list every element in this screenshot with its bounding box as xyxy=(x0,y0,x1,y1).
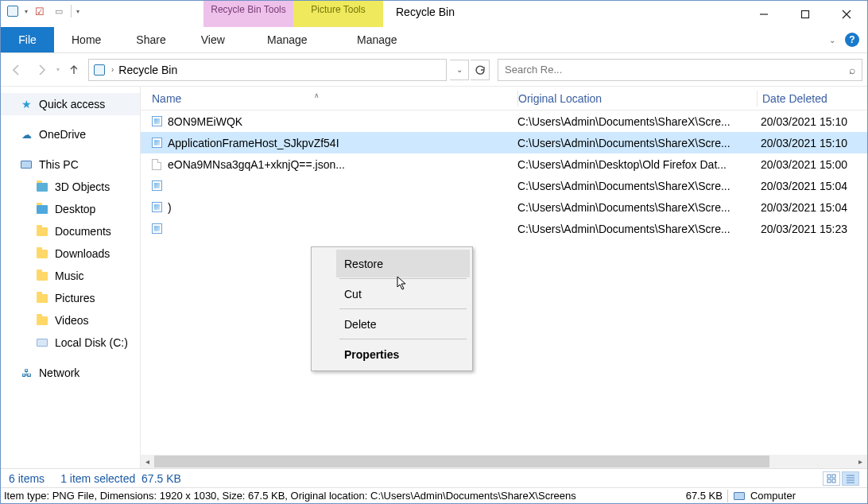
info-text: Item type: PNG File, Dimensions: 1920 x … xyxy=(4,490,680,502)
file-date-deleted: 20/03/2021 15:04 xyxy=(756,180,867,192)
tree-desktop[interactable]: Desktop xyxy=(1,198,140,220)
image-icon xyxy=(150,115,163,128)
status-item-count: 6 items xyxy=(9,472,45,485)
home-tab[interactable]: Home xyxy=(54,27,118,52)
file-row[interactable]: 8ON9MEiWQKC:\Users\Admin\Documents\Share… xyxy=(141,110,867,132)
tree-documents[interactable]: Documents xyxy=(1,220,140,242)
drive-icon xyxy=(36,336,48,349)
picture-tools-tab[interactable]: Picture Tools xyxy=(293,1,383,27)
refresh-button[interactable] xyxy=(471,60,490,80)
file-row[interactable]: eONa9MNsa3gqA1+xknjQ==.json...C:\Users\A… xyxy=(141,153,867,175)
tree-network[interactable]: 🖧Network xyxy=(1,362,140,384)
view-tab[interactable]: View xyxy=(184,27,242,52)
tree-onedrive[interactable]: ☁OneDrive xyxy=(1,123,140,145)
tree-music[interactable]: Music xyxy=(1,265,140,287)
file-name: ) xyxy=(168,201,172,214)
up-button[interactable] xyxy=(63,59,85,81)
history-dropdown-icon[interactable]: ▾ xyxy=(56,66,60,73)
file-row[interactable]: ApplicationFrameHost_SJkpvZf54IC:\Users\… xyxy=(141,132,867,153)
manage-recycle-tab[interactable]: Manage xyxy=(242,27,332,52)
search-input[interactable]: Search Re... ⌕ xyxy=(498,59,862,81)
view-large-icons[interactable] xyxy=(823,471,840,486)
back-button[interactable] xyxy=(6,59,28,81)
horizontal-scrollbar[interactable]: ◂ ▸ xyxy=(141,455,867,468)
help-icon[interactable]: ? xyxy=(845,33,859,47)
manage-picture-tab[interactable]: Manage xyxy=(332,27,422,52)
info-computer: Computer xyxy=(750,490,796,502)
status-selected-count: 1 item selected 67.5 KB xyxy=(60,472,181,485)
tree-videos[interactable]: Videos xyxy=(1,309,140,331)
ribbon-expand-icon[interactable]: ⌄ xyxy=(829,36,835,45)
qat-dropdown-icon[interactable]: ▾ xyxy=(25,8,28,15)
file-list: Name∧ Original Location Date Deleted 8ON… xyxy=(141,87,867,468)
file-tab[interactable]: File xyxy=(1,27,54,52)
file-date-deleted: 20/03/2021 15:10 xyxy=(756,115,867,128)
minimize-button[interactable] xyxy=(743,1,785,27)
pc-icon xyxy=(20,158,33,171)
status-bar: 6 items 1 item selected 67.5 KB xyxy=(1,468,867,487)
qat-customize-icon[interactable]: ▾ xyxy=(76,8,79,15)
file-row[interactable]: C:\Users\Admin\Documents\ShareX\Scre...2… xyxy=(141,218,867,239)
column-headers: Name∧ Original Location Date Deleted xyxy=(141,87,867,110)
file-original-location: C:\Users\Admin\Desktop\Old Firefox Dat..… xyxy=(517,158,756,171)
file-row[interactable]: )C:\Users\Admin\Documents\ShareX\Scre...… xyxy=(141,196,867,218)
info-bar: Item type: PNG File, Dimensions: 1920 x … xyxy=(1,487,867,503)
share-tab[interactable]: Share xyxy=(118,27,183,52)
file-date-deleted: 20/03/2021 15:23 xyxy=(756,223,867,235)
recycle-bin-tools-tab[interactable]: Recycle Bin Tools xyxy=(203,1,293,27)
scroll-right-icon[interactable]: ▸ xyxy=(854,455,867,468)
tree-this-pc[interactable]: This PC xyxy=(1,153,140,176)
scroll-thumb[interactable] xyxy=(154,456,769,467)
toggle-icon[interactable]: ▭ xyxy=(52,4,66,18)
context-properties[interactable]: Properties xyxy=(336,340,470,368)
context-restore[interactable]: Restore xyxy=(336,250,470,277)
address-bar[interactable]: › Recycle Bin xyxy=(88,59,447,81)
context-delete[interactable]: Delete xyxy=(336,310,470,338)
maximize-button[interactable] xyxy=(785,1,826,27)
column-date-deleted[interactable]: Date Deleted xyxy=(758,92,867,105)
scroll-left-icon[interactable]: ◂ xyxy=(141,455,154,468)
quick-access-toolbar: ▾ ☑ ▭ ▾ xyxy=(1,1,84,18)
tree-3d-objects[interactable]: 3D Objects xyxy=(1,176,140,198)
tree-local-disk[interactable]: Local Disk (C:) xyxy=(1,331,140,354)
folder-icon xyxy=(36,247,48,260)
scroll-track[interactable] xyxy=(154,455,854,468)
chevron-right-icon[interactable]: › xyxy=(111,65,114,74)
breadcrumb[interactable]: Recycle Bin xyxy=(118,64,177,76)
file-original-location: C:\Users\Admin\Documents\ShareX\Scre... xyxy=(517,115,756,128)
tree-quick-access[interactable]: ★Quick access xyxy=(1,93,140,115)
file-name: 8ON9MEiWQK xyxy=(168,115,242,128)
main-content: ★Quick access ☁OneDrive This PC 3D Objec… xyxy=(1,87,867,468)
tree-pictures[interactable]: Pictures xyxy=(1,287,140,309)
file-date-deleted: 20/03/2021 15:00 xyxy=(756,158,867,171)
file-name: ApplicationFrameHost_SJkpvZf54I xyxy=(168,137,339,149)
info-divider xyxy=(727,490,728,502)
tree-downloads[interactable]: Downloads xyxy=(1,242,140,265)
pc-icon xyxy=(733,490,746,502)
info-size: 67.5 KB xyxy=(686,490,723,502)
title-bar: ▾ ☑ ▭ ▾ Recycle Bin Tools Picture Tools … xyxy=(1,1,867,27)
navigation-tree: ★Quick access ☁OneDrive This PC 3D Objec… xyxy=(1,87,141,468)
folder-icon xyxy=(36,180,48,193)
file-icon xyxy=(150,158,163,171)
properties-icon[interactable]: ☑ xyxy=(33,4,47,18)
context-separator xyxy=(339,308,467,309)
folder-icon xyxy=(36,314,48,327)
address-dropdown-icon[interactable]: ⌄ xyxy=(450,60,469,80)
svg-rect-1 xyxy=(802,10,809,17)
file-row[interactable]: C:\Users\Admin\Documents\ShareX\Scre...2… xyxy=(141,175,867,196)
view-details[interactable] xyxy=(842,471,859,486)
window-controls xyxy=(743,1,867,27)
folder-icon xyxy=(36,269,48,282)
contextual-tabs: Recycle Bin Tools Picture Tools xyxy=(203,1,383,27)
file-original-location: C:\Users\Admin\Documents\ShareX\Scre... xyxy=(517,180,756,192)
column-name[interactable]: Name∧ xyxy=(141,92,517,105)
star-icon: ★ xyxy=(20,98,33,110)
navigation-bar: ▾ › Recycle Bin ⌄ Search Re... ⌕ xyxy=(1,53,867,87)
close-button[interactable] xyxy=(826,1,867,27)
view-toggles xyxy=(823,471,859,486)
qat-separator xyxy=(71,5,72,17)
forward-button[interactable] xyxy=(31,59,53,81)
file-name: eONa9MNsa3gqA1+xknjQ==.json... xyxy=(168,158,345,171)
column-original-location[interactable]: Original Location xyxy=(518,92,757,105)
